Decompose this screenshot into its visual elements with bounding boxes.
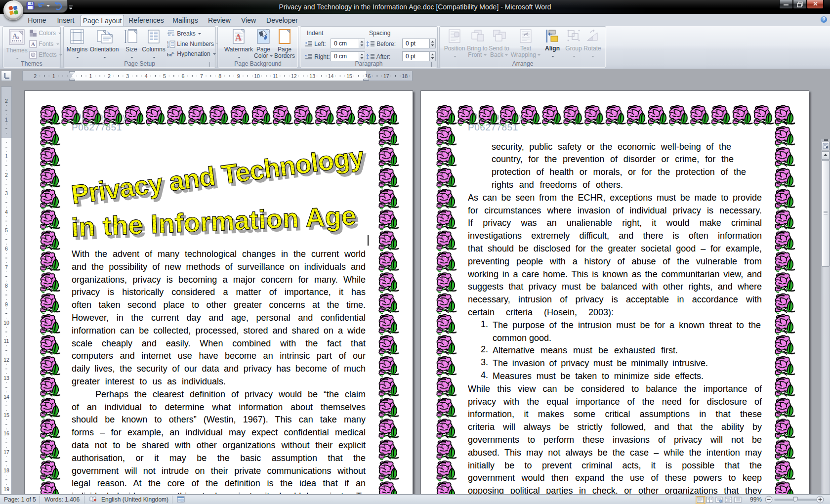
svg-text:A: A [31,41,35,47]
svg-text:7: 7 [200,73,203,79]
svg-text:2: 2 [5,98,8,104]
svg-text:12: 12 [3,357,9,363]
svg-text:5: 5 [5,227,8,233]
svg-text:A: A [235,33,242,42]
svg-text:7: 7 [5,264,8,270]
svg-text:a-: a- [171,50,175,55]
svg-text:1: 1 [89,73,92,79]
svg-text:13: 13 [309,73,315,79]
svg-text:14: 14 [3,394,9,400]
svg-text:2: 2 [5,172,8,178]
svg-text:15: 15 [346,73,352,79]
svg-text:16: 16 [3,430,9,436]
svg-text:2: 2 [108,73,111,79]
svg-text:3: 3 [167,45,169,48]
svg-text:17: 17 [3,449,9,455]
svg-text:Privacy and Technology: Privacy and Technology [70,141,366,209]
svg-text:a: a [17,34,19,40]
svg-text:1: 1 [5,117,8,123]
svg-text:5: 5 [163,73,166,79]
svg-text:6: 6 [181,73,184,79]
svg-text:18: 18 [3,467,9,473]
svg-text:6: 6 [5,246,8,252]
svg-text:2: 2 [34,73,37,79]
svg-text:8: 8 [5,283,8,289]
svg-text:14: 14 [328,73,334,79]
svg-text:10: 10 [254,73,260,79]
svg-text:11: 11 [4,338,9,344]
svg-text:11: 11 [273,73,278,79]
svg-text:3: 3 [5,190,8,196]
svg-text:4: 4 [5,209,8,215]
svg-text:9: 9 [237,73,240,79]
svg-text:8: 8 [218,73,221,79]
svg-text:15: 15 [3,412,9,418]
svg-text:10: 10 [3,320,9,326]
svg-text:19: 19 [3,486,9,492]
svg-text:9: 9 [5,301,8,307]
svg-text:18: 18 [402,73,408,79]
svg-text:1: 1 [5,153,8,159]
svg-text:13: 13 [3,375,9,381]
svg-text:1: 1 [52,73,55,79]
svg-text:12: 12 [291,73,297,79]
svg-text:4: 4 [145,73,148,79]
svg-text:3: 3 [126,73,129,79]
svg-text:17: 17 [383,73,389,79]
